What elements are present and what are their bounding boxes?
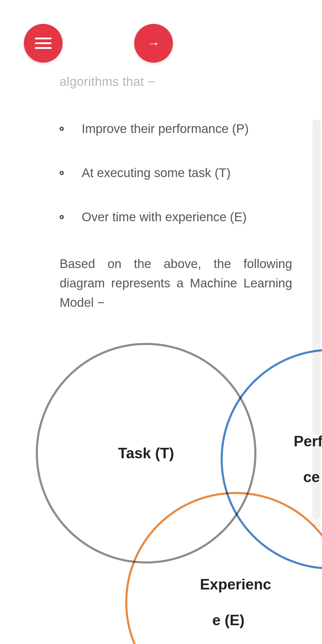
venn-label-experience-1: Experienc: [200, 575, 257, 593]
venn-label-performance-1: Performan: [294, 432, 322, 450]
hamburger-icon: [35, 38, 52, 49]
list-item: Over time with experience (E): [60, 210, 292, 224]
lead-text: algorithms that −: [60, 75, 292, 89]
list-item-text: Improve their performance (P): [82, 122, 249, 136]
hamburger-menu-button[interactable]: [24, 24, 63, 63]
venn-label-performance-2: ce (P): [294, 468, 322, 486]
bullet-icon: [60, 171, 64, 175]
bullet-icon: [60, 215, 64, 219]
venn-label-task: Task (T): [118, 444, 174, 462]
list-item: Improve their performance (P): [60, 122, 292, 136]
forward-button[interactable]: →: [134, 24, 173, 63]
venn-label-experience-2: e (E): [200, 611, 257, 629]
arrow-right-icon: →: [147, 37, 160, 50]
intro-paragraph: Based on the above, the following diagra…: [60, 254, 292, 312]
list-item-text: Over time with experience (E): [82, 210, 247, 224]
list-item: At executing some task (T): [60, 166, 292, 180]
bullet-icon: [60, 127, 64, 131]
bullet-list: Improve their performance (P) At executi…: [60, 122, 292, 224]
list-item-text: At executing some task (T): [82, 166, 231, 180]
venn-diagram: Performan ce (P) Task (T) Experienc e (E…: [36, 343, 322, 587]
